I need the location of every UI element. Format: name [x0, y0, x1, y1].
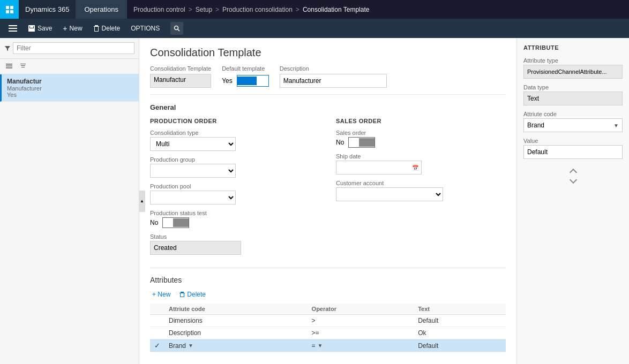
customer-account-group: Customer account: [336, 180, 506, 201]
attributes-toolbar: + New Delete: [150, 290, 506, 299]
sidebar-list: Manufactur Manufacturer Yes: [0, 74, 139, 364]
toolbar: Save + New Delete OPTIONS: [0, 19, 629, 38]
col-text: Text: [414, 304, 506, 315]
consolidation-template-value: Manufactur: [150, 74, 211, 88]
main-layout: Manufactur Manufacturer Yes ▲ Consolidat…: [0, 38, 629, 364]
attributes-title: Attributes: [150, 276, 506, 284]
svg-rect-9: [29, 28, 34, 32]
svg-rect-3: [10, 10, 13, 13]
customer-account-select[interactable]: [336, 187, 443, 201]
consolidation-type-select[interactable]: Multi Single None: [150, 137, 236, 151]
sidebar-filter-area: [0, 38, 139, 59]
filter-input[interactable]: [13, 42, 134, 54]
row-chevron-down: ▼: [188, 343, 193, 348]
filter-icon: [4, 45, 11, 51]
description-field: Description: [280, 65, 387, 88]
options-button[interactable]: OPTIONS: [126, 21, 164, 36]
right-attriute-code-select[interactable]: Brand ▼: [523, 118, 623, 132]
scroll-down-icon: [569, 176, 576, 184]
scroll-up-icon: [569, 169, 576, 176]
production-group-select[interactable]: [150, 164, 236, 178]
ship-date-group: Ship date 📅: [336, 153, 506, 175]
scroll-indicator: [523, 170, 623, 183]
svg-rect-19: [6, 67, 12, 69]
sidebar-item[interactable]: Manufactur Manufacturer Yes: [0, 74, 139, 102]
attributes-delete-button[interactable]: Delete: [177, 290, 208, 299]
waffle-icon: [5, 5, 14, 14]
status-group: Status Created: [150, 233, 320, 255]
default-template-value: Yes: [222, 77, 233, 85]
app-title[interactable]: Dynamics 365: [19, 0, 76, 19]
svg-line-16: [178, 29, 179, 31]
production-group-group: Production group: [150, 156, 320, 178]
attributes-table: Attriute code Operator Text Dimensions >…: [150, 304, 506, 352]
sales-order-toggle[interactable]: [348, 137, 375, 148]
right-chevron-down-icon: ▼: [613, 123, 619, 128]
form-header: Consolidation Template Manufactur Defaul…: [150, 65, 506, 95]
sort-icon: [19, 62, 27, 70]
consolidation-template-field: Consolidation Template Manufactur: [150, 65, 211, 88]
sidebar: Manufactur Manufacturer Yes ▲: [0, 38, 139, 364]
breadcrumb: Production control > Setup > Production …: [127, 0, 629, 19]
right-value-input[interactable]: [523, 145, 623, 159]
attributes-new-button[interactable]: + New: [150, 290, 173, 299]
table-row[interactable]: Description >= Ok: [150, 327, 506, 339]
section-separator: [150, 268, 506, 268]
svg-rect-13: [98, 26, 99, 32]
sidebar-actions: [0, 59, 139, 74]
trash-icon: [179, 291, 185, 298]
sales-order-col: SALES ORDER Sales order No: [336, 118, 506, 260]
sidebar-menu-button[interactable]: [4, 61, 14, 72]
production-order-col: PRODUCTION ORDER Consolidation type Mult…: [150, 118, 320, 260]
production-pool-select[interactable]: [150, 191, 236, 204]
delete-button[interactable]: Delete: [89, 21, 125, 36]
svg-rect-23: [184, 293, 184, 297]
right-attribute-type-field: Attribute type ProvisionedChannelAttribu…: [523, 57, 623, 79]
module-title[interactable]: Operations: [76, 0, 127, 19]
description-input[interactable]: [280, 74, 387, 88]
svg-point-15: [175, 26, 178, 30]
right-panel: ATTRIBUTE Attribute type ProvisionedChan…: [516, 38, 629, 364]
svg-rect-8: [30, 25, 33, 28]
new-button[interactable]: + New: [58, 21, 86, 36]
general-section-title: General: [150, 103, 506, 111]
svg-rect-22: [180, 293, 181, 297]
search-icon: [174, 25, 180, 32]
production-status-toggle[interactable]: [162, 217, 189, 228]
sales-order-group: Sales order No: [336, 130, 506, 148]
status-value: Created: [150, 241, 241, 255]
svg-rect-14: [94, 31, 99, 32]
production-pool-group: Production pool: [150, 183, 320, 204]
default-template-toggle[interactable]: [237, 75, 269, 87]
svg-rect-0: [6, 6, 9, 9]
right-data-type-field: Data type Text: [523, 84, 623, 105]
sidebar-sort-button[interactable]: [18, 61, 28, 72]
search-button[interactable]: [170, 22, 183, 35]
menu-icon: [5, 62, 13, 70]
table-row-selected[interactable]: ✓ Brand ▼ =: [150, 339, 506, 352]
row-check-mark: ✓: [154, 342, 160, 350]
delete-icon: [93, 25, 100, 32]
table-row[interactable]: Dimensions > Default: [150, 315, 506, 327]
consolidation-type-group: Consolidation type Multi Single None: [150, 130, 320, 151]
app-logo[interactable]: [0, 0, 19, 19]
svg-rect-12: [94, 26, 95, 32]
svg-rect-21: [181, 292, 184, 293]
attributes-section: Attributes + New: [150, 276, 506, 352]
col-operator: Operator: [308, 304, 414, 315]
content-area: Consolidation Template Consolidation Tem…: [139, 38, 629, 364]
main-content: Consolidation Template Consolidation Tem…: [139, 38, 516, 364]
save-icon: [28, 25, 35, 32]
right-attriute-code-field: Attriute code Brand ▼: [523, 111, 623, 132]
hamburger-button[interactable]: [4, 22, 21, 35]
svg-rect-1: [10, 6, 13, 9]
production-status-value: No: [150, 219, 158, 226]
save-button[interactable]: Save: [24, 21, 56, 36]
right-data-type-value: Text: [523, 92, 623, 105]
default-template-field: Default template Yes: [222, 65, 269, 87]
right-attribute-type-value: ProvisionedChannelAttribute...: [523, 65, 623, 79]
general-two-col: PRODUCTION ORDER Consolidation type Mult…: [150, 118, 506, 260]
col-attriute-code: Attriute code: [164, 304, 308, 315]
ship-date-input[interactable]: [336, 161, 422, 175]
sidebar-collapse-button[interactable]: ▲: [139, 191, 145, 212]
